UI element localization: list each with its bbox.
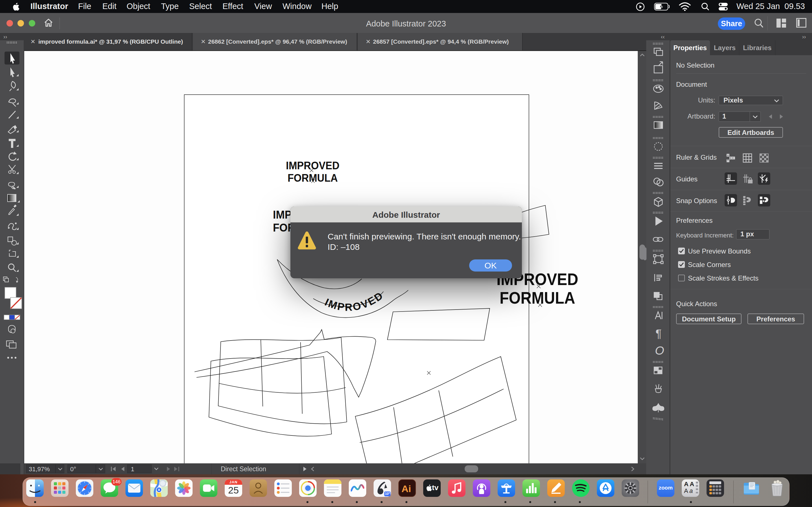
svg-text:FORMULA: FORMULA [288, 172, 338, 184]
svg-text:¶: ¶ [656, 327, 661, 340]
svg-text:O: O [655, 344, 664, 357]
svg-text:IMPROVED: IMPROVED [286, 159, 340, 172]
svg-text:FORMULA: FORMULA [500, 288, 575, 307]
